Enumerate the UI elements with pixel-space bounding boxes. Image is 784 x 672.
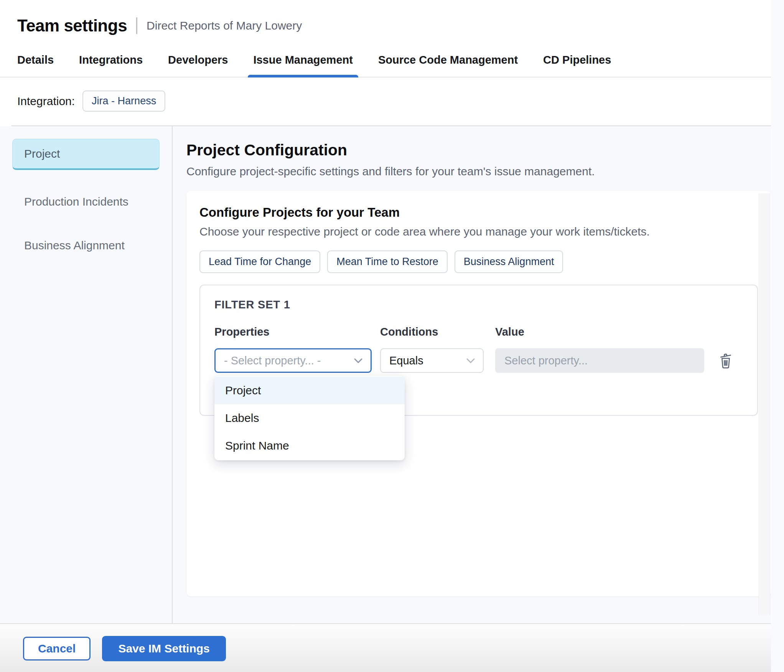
trash-icon	[717, 351, 735, 370]
card-title: Configure Projects for your Team	[199, 205, 758, 220]
chevron-down-icon	[466, 358, 475, 364]
footer-bar: Cancel Save IM Settings	[0, 624, 784, 672]
card-subtitle: Choose your respective project or code a…	[199, 225, 758, 238]
delete-filter-button[interactable]	[717, 351, 735, 370]
column-header-conditions: Conditions	[380, 326, 484, 338]
chip-lead-time-for-change[interactable]: Lead Time for Change	[199, 250, 320, 273]
chip-business-alignment[interactable]: Business Alignment	[455, 250, 563, 273]
filter-row: - Select property... - Project Labels Sp…	[214, 348, 743, 373]
filter-column-headers: Properties Conditions Value	[214, 326, 743, 338]
main-panel: Project Configuration Configure project-…	[173, 126, 784, 623]
tab-issue-management[interactable]: Issue Management	[253, 53, 352, 77]
sidebar-item-project[interactable]: Project	[12, 139, 160, 170]
chip-mean-time-to-restore[interactable]: Mean Time to Restore	[327, 250, 448, 273]
properties-dropdown: Project Labels Sprint Name	[214, 376, 405, 460]
cancel-button[interactable]: Cancel	[23, 637, 91, 660]
integration-bar: Integration: Jira - Harness	[0, 77, 784, 125]
value-input[interactable]	[495, 348, 704, 373]
window-scrollbar-track[interactable]	[771, 0, 784, 672]
title-separator	[136, 17, 137, 34]
save-im-settings-button[interactable]: Save IM Settings	[102, 636, 226, 661]
properties-select[interactable]: - Select property... -	[214, 348, 372, 373]
filter-set-title: FILTER SET 1	[214, 298, 743, 311]
value-input-wrapper	[495, 348, 704, 373]
filter-set-1: FILTER SET 1 Properties Conditions Value…	[199, 285, 758, 416]
column-header-properties: Properties	[214, 326, 372, 338]
sidebar-item-production-incidents[interactable]: Production Incidents	[0, 180, 172, 224]
dropdown-option-project[interactable]: Project	[214, 377, 405, 404]
properties-select-wrapper: - Select property... - Project Labels Sp…	[214, 348, 372, 373]
integration-chip[interactable]: Jira - Harness	[82, 91, 165, 112]
page-title: Team settings	[17, 16, 127, 35]
tab-developers[interactable]: Developers	[168, 53, 228, 77]
tab-bar: Details Integrations Developers Issue Ma…	[0, 53, 784, 77]
settings-sidebar: Project Production Incidents Business Al…	[0, 126, 173, 623]
content-area: Project Production Incidents Business Al…	[0, 126, 784, 623]
section-subtitle: Configure project-specific settings and …	[186, 165, 771, 178]
configure-projects-card: Configure Projects for your Team Choose …	[186, 191, 771, 596]
chevron-down-icon	[354, 358, 363, 364]
page-subtitle: Direct Reports of Mary Lowery	[147, 19, 302, 32]
titlebar: Team settings Direct Reports of Mary Low…	[0, 0, 784, 35]
metric-chip-row: Lead Time for Change Mean Time to Restor…	[199, 250, 758, 273]
column-header-value: Value	[495, 326, 704, 338]
conditions-select-wrapper: Equals	[380, 348, 484, 373]
dropdown-option-sprint-name[interactable]: Sprint Name	[214, 432, 405, 460]
sidebar-item-business-alignment[interactable]: Business Alignment	[0, 224, 172, 267]
tab-cd-pipelines[interactable]: CD Pipelines	[543, 53, 611, 77]
tab-source-code-management[interactable]: Source Code Management	[378, 53, 518, 77]
properties-placeholder: - Select property... -	[224, 354, 321, 367]
panel-scrollbar-track[interactable]	[759, 193, 770, 615]
tab-integrations[interactable]: Integrations	[79, 53, 143, 77]
dropdown-option-labels[interactable]: Labels	[214, 404, 405, 432]
section-title: Project Configuration	[186, 141, 771, 159]
tab-details[interactable]: Details	[17, 53, 54, 77]
conditions-value: Equals	[389, 354, 423, 367]
conditions-select[interactable]: Equals	[380, 348, 484, 373]
integration-label: Integration:	[17, 95, 75, 108]
